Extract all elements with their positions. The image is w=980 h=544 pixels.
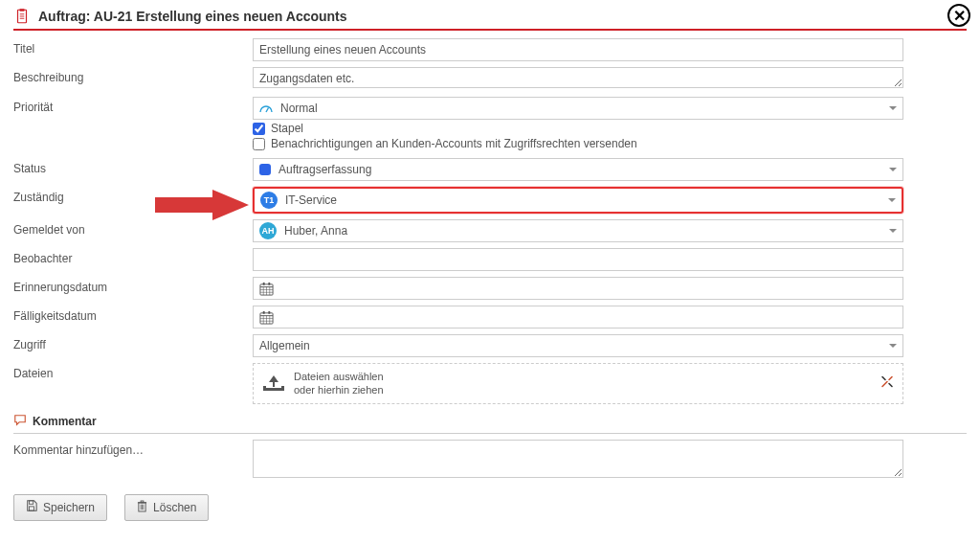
svg-rect-1 <box>19 9 24 11</box>
dialog-title: Auftrag: AU-21 Erstellung eines neuen Ac… <box>38 9 967 24</box>
label-status: Status <box>13 158 253 175</box>
avatar-badge: AH <box>259 222 277 239</box>
select-gemeldet[interactable]: AH Huber, Anna <box>253 219 903 242</box>
close-button[interactable]: ✕ <box>947 4 970 27</box>
textarea-beschreibung[interactable]: Zugangsdaten etc. <box>253 67 903 88</box>
comment-icon <box>13 414 27 430</box>
chevron-down-icon <box>889 229 897 233</box>
calendar-icon <box>259 310 274 325</box>
checkbox-stapel-row[interactable]: Stapel <box>253 122 967 135</box>
avatar-badge: T1 <box>260 192 278 209</box>
input-erinnerung[interactable] <box>253 277 903 300</box>
label-dateien: Dateien <box>13 363 253 380</box>
svg-rect-28 <box>29 507 33 510</box>
label-faellig: Fälligkeitsdatum <box>13 306 253 323</box>
svg-rect-31 <box>141 501 144 503</box>
gauge-icon <box>259 102 273 114</box>
dialog-header: Auftrag: AU-21 Erstellung eines neuen Ac… <box>13 8 967 31</box>
chevron-down-icon <box>889 344 897 348</box>
svg-rect-23 <box>268 310 270 313</box>
section-kommentar: Kommentar <box>13 414 967 434</box>
select-gemeldet-value: Huber, Anna <box>284 224 347 238</box>
svg-rect-24 <box>265 388 282 391</box>
file-dropzone[interactable]: Dateien auswählen oder hierhin ziehen <box>253 363 903 404</box>
label-erinnerung: Erinnerungsdatum <box>13 277 253 294</box>
svg-rect-25 <box>263 386 266 391</box>
svg-rect-14 <box>268 282 270 284</box>
chevron-down-icon <box>889 168 897 171</box>
save-button[interactable]: Speichern <box>13 494 107 521</box>
svg-rect-22 <box>263 310 265 313</box>
select-prioritaet[interactable]: Normal <box>253 97 903 120</box>
clipboard-icon <box>13 8 31 25</box>
select-beobachter[interactable] <box>253 248 903 271</box>
select-zugriff[interactable]: Allgemein <box>253 334 903 357</box>
textarea-kommentar[interactable] <box>253 440 903 478</box>
upload-icon <box>263 374 284 393</box>
select-status-value: Auftragserfassung <box>278 163 371 176</box>
delete-button[interactable]: Löschen <box>124 494 209 521</box>
callout-arrow <box>155 188 251 222</box>
checkbox-notify[interactable] <box>253 138 265 150</box>
label-prioritaet: Priorität <box>13 97 253 114</box>
save-icon <box>26 500 37 514</box>
input-faellig[interactable] <box>253 306 903 329</box>
chevron-down-icon <box>888 198 896 202</box>
label-kommentar: Kommentar hinzufügen… <box>13 440 253 457</box>
svg-rect-13 <box>263 282 265 284</box>
select-prioritaet-value: Normal <box>280 102 318 115</box>
label-zugriff: Zugriff <box>13 334 253 351</box>
label-titel: Titel <box>13 38 253 56</box>
checkbox-stapel[interactable] <box>253 123 265 135</box>
select-zugriff-value: Allgemein <box>259 339 310 352</box>
label-beobachter: Beobachter <box>13 248 253 265</box>
svg-line-5 <box>266 108 269 113</box>
calendar-icon <box>259 282 274 296</box>
checkbox-notify-row[interactable]: Benachrichtigungen an Kunden-Accounts mi… <box>253 137 967 150</box>
select-status[interactable]: Auftragserfassung <box>253 158 903 181</box>
file-drop-text: Dateien auswählen oder hierhin ziehen <box>294 370 384 397</box>
tools-icon[interactable] <box>880 374 895 393</box>
status-color-icon <box>259 164 271 175</box>
trash-icon <box>137 500 147 515</box>
svg-marker-35 <box>155 190 249 220</box>
svg-rect-26 <box>281 386 284 391</box>
input-titel[interactable] <box>253 38 903 61</box>
label-beschreibung: Beschreibung <box>13 67 253 84</box>
select-zustaendig[interactable]: T1 IT-Service <box>253 187 903 214</box>
chevron-down-icon <box>889 106 897 110</box>
select-zustaendig-value: IT-Service <box>285 193 337 207</box>
